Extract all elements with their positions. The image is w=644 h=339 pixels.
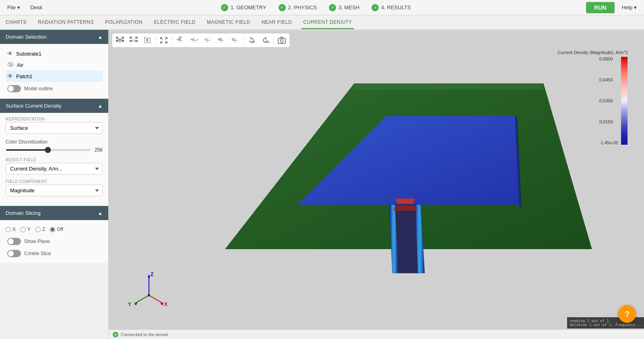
- result-field-group: Result Field Current Density, A/m...: [6, 158, 103, 175]
- svg-marker-22: [395, 199, 415, 204]
- domain-slicing-title: Domain Slicing: [6, 210, 41, 216]
- domain-selection-section: Domain Selection ▲ 👁 Substrate1: [0, 30, 108, 98]
- viewport: 6 +X +Y: [109, 30, 644, 339]
- view-xz-button[interactable]: +X: [174, 35, 187, 46]
- domain-selection-header[interactable]: Domain Selection ▲: [0, 30, 108, 44]
- legend-labels: 0.0600 0.0450 0.0300 0.0150 -1.45e-05: [599, 56, 618, 145]
- representation-group: Representation Surface Arrows Contour: [6, 117, 103, 134]
- svg-text:-90: -90: [250, 40, 255, 44]
- result-field-select[interactable]: Current Density, A/m...: [6, 163, 103, 175]
- surface-current-density-header[interactable]: Surface Current Density ▲: [0, 99, 108, 113]
- help-menu-button[interactable]: Help ▾: [619, 3, 640, 12]
- statusbar: ● Connected to the kernel: [109, 329, 644, 339]
- tab-current-density[interactable]: CURRENT DENSITY: [301, 16, 353, 29]
- surface-current-density-section: Surface Current Density ▲ Representation…: [0, 99, 108, 205]
- svg-text:X: X: [164, 302, 167, 307]
- svg-text:Y: Y: [128, 302, 131, 307]
- tab-polarization[interactable]: POLARIZATION: [103, 16, 144, 29]
- representation-select[interactable]: Surface Arrows Contour: [6, 122, 103, 134]
- axis-radio-off[interactable]: Off: [50, 227, 63, 232]
- legend-mid-lower: 0.0150: [599, 119, 618, 124]
- step-geometry: ✓ 1. GEOMETRY: [221, 4, 266, 11]
- field-component-label: Field Component: [6, 179, 103, 184]
- legend-max: 0.0600: [599, 56, 618, 61]
- fit-all-button[interactable]: [114, 35, 126, 46]
- color-discretization-slider[interactable]: [6, 149, 91, 151]
- run-button[interactable]: RUN: [586, 2, 614, 13]
- fit-selection-button[interactable]: 6: [127, 35, 140, 46]
- model-outline-row: Model outline: [6, 83, 103, 94]
- legend-mid-upper: 0.0450: [599, 77, 618, 82]
- step-results-check: ✓: [372, 4, 379, 11]
- svg-marker-21: [395, 205, 418, 273]
- legend-min: -1.45e-05: [599, 140, 618, 145]
- file-menu-button[interactable]: File ▾: [4, 3, 23, 12]
- domain-slicing-content: X Y Z Off Show Plane: [0, 220, 108, 263]
- result-field-label: Result Field: [6, 158, 103, 162]
- tab-electric-field[interactable]: ELECTRIC FIELD: [152, 16, 197, 29]
- axis-radio-z[interactable]: Z: [35, 227, 45, 232]
- tab-radiation-patterns[interactable]: RADIATION PATTERNS: [36, 16, 95, 29]
- eye-off-icon-air: [7, 62, 14, 68]
- axis-radio-y[interactable]: Y: [21, 227, 31, 232]
- axis-radio-x[interactable]: X: [6, 227, 16, 232]
- legend-mid: 0.0300: [599, 98, 618, 103]
- legend-color-bar: [621, 56, 628, 145]
- view-yz2-button[interactable]: -Y: [201, 35, 214, 46]
- domain-slicing-section: Domain Slicing ▲ X Y Z Off: [0, 206, 108, 263]
- model-outline-toggle[interactable]: [7, 85, 21, 92]
- step-physics: ✓ 2. PHYSICS: [279, 4, 317, 11]
- rotate-pos90-button[interactable]: +90: [259, 35, 272, 46]
- surface-current-density-content: Representation Surface Arrows Contour Co…: [0, 113, 108, 205]
- svg-marker-16: [354, 84, 543, 90]
- domain-selection-chevron: ▲: [98, 34, 103, 40]
- crinkle-slice-row: Crinkle Slice: [6, 248, 103, 259]
- tab-magnetic-field[interactable]: MAGNETIC FIELD: [205, 16, 252, 29]
- color-discretization-value: 256: [95, 147, 103, 153]
- rotate-neg90-button[interactable]: -90: [245, 35, 258, 46]
- view-xz2-button[interactable]: +Z: [215, 35, 228, 46]
- topbar: File ▾ Desk ✓ 1. GEOMETRY ✓ 2. PHYSICS ✓…: [0, 0, 644, 15]
- show-plane-toggle[interactable]: [7, 238, 21, 245]
- domain-label-patch1: Patch1: [16, 73, 32, 79]
- domain-item-patch1[interactable]: 👁 Patch1: [6, 71, 103, 82]
- domain-item-air[interactable]: Air: [6, 59, 103, 71]
- desk-label: Desk: [27, 3, 46, 12]
- crinkle-slice-toggle[interactable]: [7, 250, 21, 257]
- model-outline-label: Model outline: [24, 86, 53, 92]
- expand-button[interactable]: [157, 35, 170, 46]
- svg-marker-23: [393, 206, 417, 211]
- workflow-steps: ✓ 1. GEOMETRY ✓ 2. PHYSICS ✓ 3. MESH ✓ 4…: [50, 4, 582, 11]
- view-yz-button[interactable]: +Y: [188, 35, 200, 46]
- help-fab-button[interactable]: ?: [618, 305, 636, 323]
- surface-current-density-title: Surface Current Density: [6, 103, 62, 109]
- surface-current-density-chevron: ▲: [98, 103, 103, 109]
- crinkle-slice-label: Crinkle Slice: [24, 251, 51, 256]
- svg-text:+90: +90: [264, 40, 270, 44]
- tab-near-field[interactable]: NEAR FIELD: [260, 16, 294, 29]
- eye-icon-substrate1: 👁: [7, 50, 13, 57]
- zoom-box-button[interactable]: [141, 35, 154, 46]
- legend-bar-wrapper: 0.0600 0.0450 0.0300 0.0150 -1.45e-05: [599, 56, 628, 145]
- kernel-status-icon: ●: [113, 332, 118, 337]
- domain-slicing-header[interactable]: Domain Slicing ▲: [0, 206, 108, 220]
- step-results: ✓ 4. RESULTS: [372, 4, 411, 11]
- screenshot-button[interactable]: [275, 35, 288, 46]
- domain-label-substrate1: Substrate1: [16, 51, 41, 57]
- field-component-group: Field Component Magnitude X Y Z: [6, 179, 103, 196]
- step-mesh: ✓ 3. MESH: [329, 4, 359, 11]
- field-component-select[interactable]: Magnitude X Y Z: [6, 185, 103, 196]
- tab-charts[interactable]: CHARTS: [4, 16, 28, 29]
- svg-rect-12: [278, 38, 285, 44]
- statusbar-text: Connected to the kernel: [121, 332, 168, 337]
- color-legend: Current Density (Magnitude), A/m^2 0.060…: [557, 50, 628, 145]
- representation-label: Representation: [6, 117, 103, 121]
- color-discretization-label: Color Discretization: [6, 139, 47, 145]
- domain-item-substrate1[interactable]: 👁 Substrate1: [6, 48, 103, 59]
- view-xz3-button[interactable]: -Z: [229, 35, 242, 46]
- svg-point-33: [148, 294, 150, 297]
- color-discretization-group: Color Discretization 256: [6, 139, 103, 153]
- axis-radio-group: X Y Z Off: [6, 224, 103, 235]
- step-physics-check: ✓: [279, 4, 286, 11]
- color-discretization-slider-row: 256: [6, 147, 103, 153]
